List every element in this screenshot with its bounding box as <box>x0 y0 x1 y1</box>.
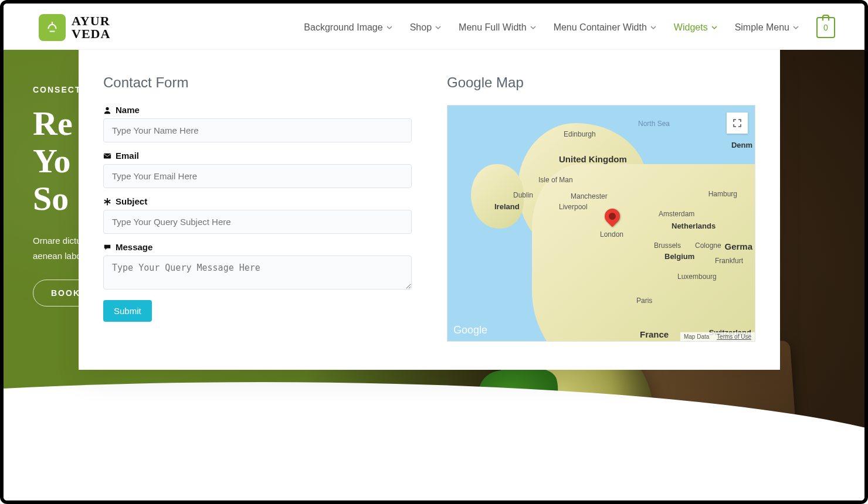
nav-shop[interactable]: Shop <box>410 22 441 33</box>
label-text: Name <box>116 105 140 115</box>
cta-label: BOOK <box>51 288 80 298</box>
logo-line1: AYUR <box>72 15 110 28</box>
site-logo[interactable]: AYUR VEDA <box>39 14 110 41</box>
map-label-netherlands: Netherlands <box>672 222 716 230</box>
cart-count: 0 <box>823 23 828 32</box>
nav-widgets[interactable]: Widgets <box>674 22 717 33</box>
map-label-london: London <box>600 230 623 239</box>
fullscreen-icon <box>733 118 742 128</box>
map-data-link[interactable]: Map Data <box>684 333 709 340</box>
map-label-france: France <box>640 329 669 339</box>
envelope-icon <box>103 152 111 160</box>
name-label: Name <box>103 105 412 115</box>
map-column: Google Map North Sea Edinburgh United Ki… <box>447 74 755 342</box>
nav-item-label: Menu Container Width <box>554 22 647 33</box>
nav-simple-menu[interactable]: Simple Menu <box>735 22 799 33</box>
subject-input[interactable] <box>103 210 412 234</box>
label-text: Email <box>116 151 139 161</box>
map-label-frankfurt: Frankfurt <box>715 257 743 265</box>
nav-item-label: Widgets <box>674 22 708 33</box>
map-label-liverpool: Liverpool <box>559 203 588 211</box>
submit-label: Submit <box>114 306 141 316</box>
nav-item-label: Menu Full Width <box>459 22 527 33</box>
chevron-down-icon <box>793 25 799 30</box>
map-terms-link[interactable]: Terms of Use <box>717 333 751 340</box>
site-header: AYUR VEDA Background Image Shop Menu Ful… <box>4 4 864 50</box>
nav-item-label: Simple Menu <box>735 22 789 33</box>
svg-rect-1 <box>104 153 111 158</box>
form-group-name: Name <box>103 105 412 142</box>
map-label-ireland: Ireland <box>494 202 520 211</box>
nav-background-image[interactable]: Background Image <box>304 22 392 33</box>
nav-menu-container-width[interactable]: Menu Container Width <box>554 22 656 33</box>
email-label: Email <box>103 151 412 161</box>
widgets-mega-panel: Contact Form Name Email Subject <box>79 50 780 370</box>
hero-section: CONSECTE Re Yo So Ornare dictu aenean la… <box>4 50 864 442</box>
email-input[interactable] <box>103 164 412 188</box>
chevron-down-icon <box>530 25 536 30</box>
chevron-down-icon <box>711 25 717 30</box>
svg-point-0 <box>106 107 108 110</box>
map-label-luxembourg: Luxembourg <box>677 273 717 281</box>
map-label-paris: Paris <box>636 297 652 305</box>
map-attribution: Map Data Terms of Use <box>680 332 755 341</box>
nav-menu-full-width[interactable]: Menu Full Width <box>459 22 536 33</box>
logo-line2: VEDA <box>72 28 110 40</box>
google-map[interactable]: North Sea Edinburgh United Kingdom Isle … <box>447 105 755 342</box>
contact-form-heading: Contact Form <box>103 74 412 91</box>
map-label-hamburg: Hamburg <box>708 190 737 198</box>
map-google-logo: Google <box>453 324 487 336</box>
label-text: Subject <box>116 196 147 206</box>
form-group-email: Email <box>103 151 412 188</box>
form-group-subject: Subject <box>103 196 412 234</box>
name-input[interactable] <box>103 118 412 142</box>
message-textarea[interactable] <box>103 256 412 290</box>
subject-label: Subject <box>103 196 412 206</box>
map-label-edinburgh: Edinburgh <box>564 130 596 138</box>
map-label-cologne: Cologne <box>695 241 721 250</box>
map-label-belgium: Belgium <box>664 252 694 261</box>
map-label-denmark: Denm <box>731 141 752 149</box>
chevron-down-icon <box>650 25 656 30</box>
nav-item-label: Background Image <box>304 22 382 33</box>
primary-nav: Background Image Shop Menu Full Width Me… <box>304 17 835 38</box>
map-label-brussels: Brussels <box>654 241 681 250</box>
nav-item-label: Shop <box>410 22 432 33</box>
map-fullscreen-button[interactable] <box>727 113 748 134</box>
message-label: Message <box>103 242 412 252</box>
logo-icon <box>39 14 66 41</box>
asterisk-icon <box>103 197 111 206</box>
map-label-north-sea: North Sea <box>638 120 670 128</box>
logo-text: AYUR VEDA <box>72 15 110 40</box>
speech-bubble-icon <box>103 243 111 251</box>
label-text: Message <box>116 242 152 252</box>
map-label-isle-of-man: Isle of Man <box>538 176 573 184</box>
map-heading: Google Map <box>447 74 755 91</box>
submit-button[interactable]: Submit <box>103 300 152 322</box>
chevron-down-icon <box>435 25 441 30</box>
map-label-uk: United Kingdom <box>559 155 627 165</box>
contact-form-column: Contact Form Name Email Subject <box>103 74 412 342</box>
user-icon <box>103 106 111 114</box>
map-label-germany: Germa <box>724 241 752 251</box>
form-group-message: Message <box>103 242 412 292</box>
chevron-down-icon <box>386 25 392 30</box>
cart-button[interactable]: 0 <box>816 17 835 38</box>
page-bottom-strip <box>4 442 864 500</box>
map-label-amsterdam: Amsterdam <box>659 210 694 218</box>
map-label-manchester: Manchester <box>571 192 608 200</box>
map-label-dublin: Dublin <box>513 191 533 199</box>
